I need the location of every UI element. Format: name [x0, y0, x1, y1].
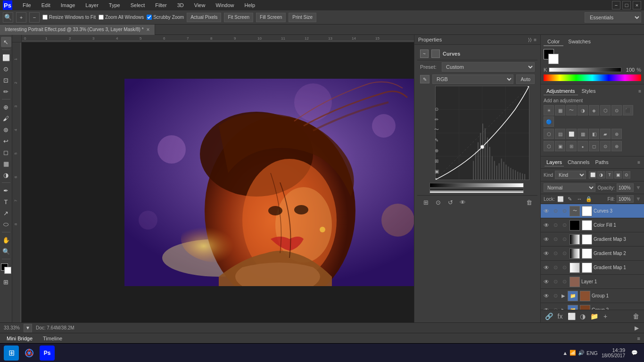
fit-screen-btn[interactable]: Fit Screen: [224, 13, 253, 22]
layer-eye-gradmap1[interactable]: 👁: [543, 264, 550, 272]
hand-tool[interactable]: ✋: [1, 235, 11, 245]
layer-eye-curves3[interactable]: 👁: [543, 207, 550, 215]
menu-edit[interactable]: Edit: [40, 1, 52, 9]
menu-view[interactable]: View: [192, 1, 207, 9]
layer-eye-gradmap3[interactable]: 👁: [543, 236, 550, 243]
curves-show-tool[interactable]: ▣: [432, 167, 441, 175]
opacity-dropdown-icon[interactable]: ▼: [636, 184, 641, 191]
filter-adj-icon[interactable]: ◑: [597, 171, 605, 179]
layer-link-btn[interactable]: 🔗: [545, 312, 553, 321]
lock-all-icon[interactable]: 🔒: [585, 195, 593, 203]
layer-group-btn[interactable]: 📁: [590, 312, 598, 321]
menu-file[interactable]: File: [21, 1, 33, 9]
properties-menu-icon[interactable]: ≡: [534, 37, 537, 42]
layers-tab-paths[interactable]: Paths: [594, 158, 611, 166]
fill-screen-btn[interactable]: Fill Screen: [256, 13, 286, 22]
curves-anchor-icon[interactable]: ⊞: [421, 197, 430, 207]
mini-bridge-tab[interactable]: Mini Bridge: [4, 335, 35, 342]
curves-delete-icon[interactable]: 🗑: [524, 197, 534, 207]
lasso-tool[interactable]: ⊙: [1, 64, 11, 74]
menu-type[interactable]: Type: [107, 1, 122, 9]
curves-visibility-icon[interactable]: 👁: [458, 197, 467, 207]
curves-pencil-tool[interactable]: ✎: [432, 136, 441, 144]
pen-tool[interactable]: ✒: [1, 185, 11, 196]
document-tab[interactable]: Interesting Portrait Effect.psd @ 33.3% …: [0, 25, 155, 35]
minimize-btn[interactable]: −: [612, 1, 620, 9]
adj-selectivecolor[interactable]: ⊕: [611, 129, 622, 139]
layers-panel-menu[interactable]: ≡: [637, 160, 640, 165]
menu-filter[interactable]: Filter: [153, 1, 168, 9]
adj-r3[interactable]: ⊞: [566, 141, 577, 151]
k-slider[interactable]: [549, 67, 621, 72]
layer-mask-btn[interactable]: ⬜: [567, 312, 576, 321]
actual-pixels-btn[interactable]: Actual Pixels: [187, 13, 221, 22]
layer-eye-layer1[interactable]: 👁: [543, 278, 550, 286]
curves-link-icon[interactable]: ⊙: [433, 197, 443, 207]
adj-threshold[interactable]: ◧: [589, 129, 599, 139]
status-expand-btn[interactable]: ▶: [633, 324, 640, 332]
adj-r5[interactable]: ◻: [589, 141, 599, 151]
layer-eye-gradmap2[interactable]: 👁: [543, 250, 550, 257]
adj-curves[interactable]: 〜: [566, 105, 577, 115]
adj-bw[interactable]: ⬛: [623, 105, 633, 115]
adj-r1[interactable]: ⬡: [544, 141, 554, 151]
layer-chain-curves3[interactable]: ⊙: [561, 207, 568, 215]
kind-select[interactable]: Kind Name Effect Mode Attribute Color: [555, 171, 586, 179]
swatches-tab[interactable]: Swatches: [564, 38, 594, 46]
tray-expand-icon[interactable]: ▲: [562, 350, 568, 356]
zoom-in-icon[interactable]: +: [16, 12, 26, 23]
curves-pen-icon[interactable]: ✎: [420, 75, 429, 83]
group2-expand-icon[interactable]: ▶: [561, 306, 566, 310]
menu-3d[interactable]: 3D: [175, 1, 186, 9]
menu-select[interactable]: Select: [129, 1, 147, 9]
start-button[interactable]: ⊞: [4, 346, 19, 361]
curves-smooth-tool[interactable]: 〜: [432, 125, 441, 134]
layer-chain-layer1[interactable]: ⊙: [561, 278, 568, 286]
gradient-tool[interactable]: ▦: [1, 158, 11, 169]
layer-item-group2[interactable]: 👁 ⊙ ▶ 📁 Group 2: [541, 303, 644, 310]
filter-smart-icon[interactable]: ⊙: [623, 171, 630, 179]
adj-channelmixer[interactable]: ⬡: [544, 129, 554, 139]
zoom-all-checkbox[interactable]: Zoom All Windows: [99, 15, 144, 20]
menu-window[interactable]: Window: [214, 1, 236, 9]
crop-tool[interactable]: ⊡: [1, 75, 11, 85]
filter-pixel-icon[interactable]: ⬜: [589, 171, 596, 179]
adj-expand-icon[interactable]: ≡: [638, 89, 641, 94]
zoom-options-btn[interactable]: ▼: [24, 324, 32, 332]
history-brush[interactable]: ↩: [1, 136, 11, 146]
lock-pixels-icon[interactable]: ⬜: [557, 195, 564, 203]
zoom-out-icon[interactable]: −: [29, 12, 40, 23]
quick-mask[interactable]: ⊞: [1, 277, 11, 287]
layer-item-gradmap2[interactable]: 👁 ⊙ ⊙ Gradient Map 2: [541, 247, 644, 261]
layer-delete-btn[interactable]: 🗑: [632, 312, 640, 321]
background-color[interactable]: [4, 267, 11, 274]
resize-windows-checkbox[interactable]: Resize Windows to Fit: [42, 15, 96, 20]
eraser-tool[interactable]: ◻: [1, 147, 11, 157]
layer-link-group2[interactable]: ⊙: [552, 306, 559, 310]
blend-mode-select[interactable]: Normal: [544, 183, 595, 192]
layer-link-curves3[interactable]: ⊙: [552, 207, 559, 215]
zoom-tool[interactable]: 🔍: [1, 246, 11, 256]
adj-photo[interactable]: 🔵: [544, 116, 554, 127]
auto-btn[interactable]: Auto: [516, 74, 535, 84]
layer-eye-group1[interactable]: 👁: [543, 292, 550, 300]
layer-new-btn[interactable]: +: [601, 312, 610, 321]
taskbar-chrome[interactable]: [22, 346, 37, 361]
adj-r7[interactable]: ⊕: [611, 141, 622, 151]
adj-r6[interactable]: ⊙: [600, 141, 611, 151]
layers-tab-channels[interactable]: Channels: [566, 158, 591, 166]
adj-r4[interactable]: ⬥: [578, 141, 588, 151]
menu-image[interactable]: Image: [59, 1, 77, 9]
curves-input-tool[interactable]: ⊞: [432, 156, 441, 165]
layer-fx-btn[interactable]: fx: [556, 312, 564, 321]
layer-eye-group2[interactable]: 👁: [543, 306, 550, 310]
layer-link-colorfill1[interactable]: ⊙: [552, 222, 559, 229]
menu-layer[interactable]: Layer: [83, 1, 100, 9]
layer-item-gradmap1[interactable]: 👁 ⊙ ⊙ Gradient Map 1: [541, 261, 644, 275]
maximize-btn[interactable]: □: [622, 1, 631, 9]
adj-gradient[interactable]: ▰: [600, 129, 611, 139]
adj-posterize[interactable]: ▦: [578, 129, 588, 139]
curves-select-tool[interactable]: ⊙: [432, 105, 441, 113]
dodge-tool[interactable]: ◑: [1, 170, 11, 180]
layer-item-gradmap3[interactable]: 👁 ⊙ ⊙ Gradient Map 3: [541, 232, 644, 247]
